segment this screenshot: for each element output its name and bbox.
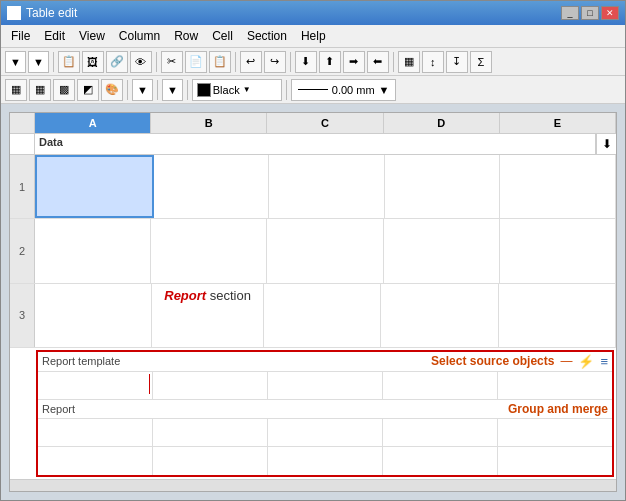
cell-1b[interactable] <box>154 155 270 218</box>
dropdown4[interactable]: ▼ <box>162 79 183 101</box>
col-header-c[interactable]: C <box>267 113 383 133</box>
copy-button[interactable]: 📋 <box>58 51 80 73</box>
cell-1a[interactable] <box>35 155 154 218</box>
report-cell-5e[interactable] <box>498 419 612 446</box>
report-template-section: Report template Select source objects — … <box>36 350 614 477</box>
template-cell-4d[interactable] <box>383 372 498 399</box>
col-header-e[interactable]: E <box>500 113 616 133</box>
dropdown2[interactable]: ▼ <box>28 51 49 73</box>
report-cell-6a[interactable] <box>38 447 153 475</box>
redo-button[interactable]: ↪ <box>264 51 286 73</box>
stack-icon[interactable]: ≡ <box>600 354 608 369</box>
sep1 <box>53 52 54 72</box>
window-icon: 🗃 <box>7 6 21 20</box>
paste-button[interactable]: 📋 <box>209 51 231 73</box>
image-button[interactable]: 🖼 <box>82 51 104 73</box>
cell-3e[interactable] <box>499 284 616 347</box>
color-dropdown-arrow: ▼ <box>243 85 251 94</box>
menu-cell[interactable]: Cell <box>206 27 239 45</box>
cell-3c[interactable] <box>264 284 381 347</box>
report-cell-6c[interactable] <box>268 447 383 475</box>
menu-row[interactable]: Row <box>168 27 204 45</box>
title-bar-left: 🗃 Table edit <box>7 6 77 20</box>
lightning-icon[interactable]: ⚡ <box>578 354 594 369</box>
toolbar2: ▦ ▦ ▩ ◩ 🎨 ▼ ▼ Black ▼ 0.00 mm ▼ <box>1 76 625 104</box>
col-header-b[interactable]: B <box>151 113 267 133</box>
template-cell-4b[interactable] <box>153 372 268 399</box>
cell-3b[interactable]: Report section <box>152 284 263 347</box>
col-header-a[interactable]: A <box>35 113 151 133</box>
sep2 <box>156 52 157 72</box>
tb2-btn4[interactable]: ◩ <box>77 79 99 101</box>
cell-1e[interactable] <box>500 155 616 218</box>
grid-button[interactable]: ▦ <box>398 51 420 73</box>
line-dropdown-arrow: ▼ <box>379 84 390 96</box>
tb2-btn3[interactable]: ▩ <box>53 79 75 101</box>
report-row-6 <box>38 447 612 475</box>
close-button[interactable]: ✕ <box>601 6 619 20</box>
cell-2b[interactable] <box>151 219 267 282</box>
data-label-row: Data ⬇ <box>10 134 616 155</box>
menu-section[interactable]: Section <box>241 27 293 45</box>
template-cell-4e[interactable] <box>498 372 612 399</box>
sort-button[interactable]: ↕ <box>422 51 444 73</box>
select-source-text: Select source objects <box>431 354 554 368</box>
move-left-button[interactable]: ⬅ <box>367 51 389 73</box>
dropdown3[interactable]: ▼ <box>132 79 153 101</box>
tb2-btn2[interactable]: ▦ <box>29 79 51 101</box>
report-cell-5c[interactable] <box>268 419 383 446</box>
cell-1c[interactable] <box>269 155 385 218</box>
menu-edit[interactable]: Edit <box>38 27 71 45</box>
data-label: Data <box>35 134 596 154</box>
menu-help[interactable]: Help <box>295 27 332 45</box>
menu-view[interactable]: View <box>73 27 111 45</box>
doc-button[interactable]: 📄 <box>185 51 207 73</box>
cell-2a[interactable] <box>35 219 151 282</box>
row-num-2: 2 <box>10 219 35 282</box>
move-right-button[interactable]: ➡ <box>343 51 365 73</box>
sum-button[interactable]: Σ <box>470 51 492 73</box>
content-area: A B C D E Data ⬇ 1 <box>1 104 625 500</box>
sep6 <box>127 80 128 100</box>
menu-bar: File Edit View Column Row Cell Section H… <box>1 25 625 48</box>
move-down-button[interactable]: ⬇ <box>295 51 317 73</box>
report-template-actions: Select source objects — ⚡ ≡ <box>431 354 608 369</box>
cell-1d[interactable] <box>385 155 501 218</box>
menu-file[interactable]: File <box>5 27 36 45</box>
move-up-button[interactable]: ⬆ <box>319 51 341 73</box>
main-window: 🗃 Table edit _ □ ✕ File Edit View Column… <box>0 0 626 501</box>
menu-column[interactable]: Column <box>113 27 166 45</box>
dash-icon: — <box>560 354 572 368</box>
report-cell-5b[interactable] <box>153 419 268 446</box>
report-cell-6d[interactable] <box>383 447 498 475</box>
report-cell-6b[interactable] <box>153 447 268 475</box>
horizontal-scrollbar[interactable] <box>10 479 616 491</box>
line-value: 0.00 mm <box>332 84 375 96</box>
cell-2d[interactable] <box>384 219 500 282</box>
tb2-btn5[interactable]: 🎨 <box>101 79 123 101</box>
report-cell-5a[interactable] <box>38 419 153 446</box>
undo-button[interactable]: ↩ <box>240 51 262 73</box>
cell-2c[interactable] <box>267 219 383 282</box>
report-template-header: Report template Select source objects — … <box>38 352 612 372</box>
color-dropdown[interactable]: Black ▼ <box>192 79 282 101</box>
table-row: 3 Report section <box>10 284 616 348</box>
template-cell-4a[interactable] <box>38 372 153 399</box>
report-cell-6e[interactable] <box>498 447 612 475</box>
col-header-d[interactable]: D <box>384 113 500 133</box>
data-section-icon[interactable]: ⬇ <box>596 134 616 154</box>
maximize-button[interactable]: □ <box>581 6 599 20</box>
report-cell-5d[interactable] <box>383 419 498 446</box>
cell-3a[interactable] <box>35 284 152 347</box>
link-button[interactable]: 🔗 <box>106 51 128 73</box>
minimize-button[interactable]: _ <box>561 6 579 20</box>
template-cell-4c[interactable] <box>268 372 383 399</box>
cut-button[interactable]: ✂ <box>161 51 183 73</box>
cell-3d[interactable] <box>381 284 498 347</box>
cell-2e[interactable] <box>500 219 616 282</box>
eye-button[interactable]: 👁 <box>130 51 152 73</box>
tb2-btn1[interactable]: ▦ <box>5 79 27 101</box>
sort-down-button[interactable]: ↧ <box>446 51 468 73</box>
dropdown1[interactable]: ▼ <box>5 51 26 73</box>
line-width-display[interactable]: 0.00 mm ▼ <box>291 79 397 101</box>
